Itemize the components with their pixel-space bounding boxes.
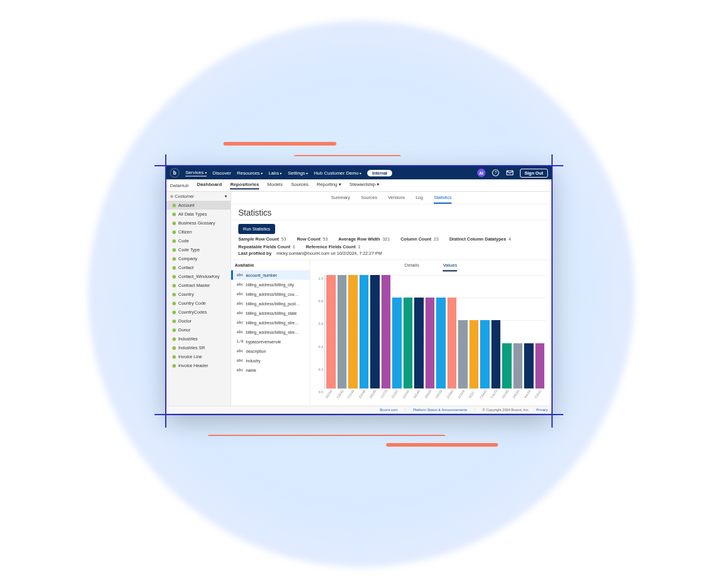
stats-row: Sample Row Count53Row Count53Average Row…: [231, 234, 551, 242]
field-billing_address-billing_stre-[interactable]: abcbilling_address/billing_stre…: [231, 318, 310, 327]
run-statistics-button[interactable]: Run Statistics: [238, 224, 275, 234]
chart-bar[interactable]: [447, 298, 457, 388]
y-tick-label: 0.0: [315, 390, 323, 394]
chart-bar[interactable]: [513, 343, 523, 388]
subnav-item-stewardship[interactable]: Stewardship ▾: [349, 182, 379, 189]
field-account_number[interactable]: abcaccount_number: [231, 270, 310, 280]
chart-tab-details[interactable]: Details: [405, 263, 419, 271]
profiled-label: Last profiled by: [238, 251, 272, 256]
field-description[interactable]: abcdescription: [231, 346, 310, 356]
tab-sources[interactable]: Sources: [361, 195, 377, 204]
nav-item-hub-customer-demo[interactable]: Hub Customer Demo▾: [314, 170, 361, 176]
tree-item-code-type[interactable]: Code Type: [166, 245, 231, 254]
status-dot-icon: [172, 337, 176, 341]
field-name[interactable]: abcname: [231, 365, 310, 375]
chevron-down-icon: ▾: [261, 171, 263, 175]
chart-bar[interactable]: [469, 320, 479, 388]
tree-item-account[interactable]: Account: [166, 201, 231, 210]
field-billing_address-billing_state[interactable]: abcbilling_address/billing_state: [231, 308, 310, 318]
subnav-item-models[interactable]: Models: [267, 182, 283, 189]
subnav-item-repositories[interactable]: Repositories: [230, 182, 258, 189]
nav-item-resources[interactable]: Resources▾: [237, 170, 263, 176]
chart-bar[interactable]: [338, 275, 347, 388]
ai-badge[interactable]: AI: [477, 169, 485, 177]
field-industry[interactable]: abcindustry: [231, 356, 310, 365]
chevron-down-icon: ▾: [306, 171, 308, 175]
tree-item-invoice-header[interactable]: Invoice Header: [166, 361, 231, 370]
tree-item-country[interactable]: Country: [166, 290, 231, 299]
tab-versions[interactable]: Versions: [388, 195, 405, 204]
tree-item-label: CountryCodes: [178, 309, 207, 315]
logo-icon[interactable]: b: [170, 168, 179, 178]
tree-item-contract-master[interactable]: Contract Master: [166, 281, 231, 290]
chart-bar[interactable]: [326, 275, 336, 388]
chart-bar[interactable]: [491, 320, 501, 388]
tab-statistics[interactable]: Statistics: [434, 195, 452, 204]
chart-bar[interactable]: [392, 298, 402, 388]
tree-item-code[interactable]: Code: [166, 236, 231, 245]
nav-primary: Services▾DiscoverResources▾Labs▾Settings…: [185, 170, 361, 176]
tree-item-citizen[interactable]: Citizen: [166, 227, 231, 236]
chart-bar[interactable]: [502, 343, 512, 388]
chart-bar[interactable]: [524, 343, 534, 388]
subnav-item-reporting[interactable]: Reporting ▾: [317, 182, 341, 189]
footer-link-boomi[interactable]: Boomi.com: [380, 408, 398, 412]
tree-root-customer[interactable]: ◈ Customer ▾: [166, 192, 231, 201]
chart-bar[interactable]: [425, 298, 435, 388]
tab-log[interactable]: Log: [415, 195, 423, 204]
field-name: billing_address/billing_post…: [246, 302, 300, 306]
y-tick-label: 1.0: [315, 277, 323, 280]
tree-item-business-glossary[interactable]: Business Glossary: [166, 219, 231, 227]
chart-bar[interactable]: [370, 275, 380, 388]
chart-tab-values[interactable]: Values: [443, 263, 457, 271]
field-billing_address-billing_stre-[interactable]: abcbilling_address/billing_stre…: [231, 327, 310, 337]
subnav-item-sources[interactable]: Sources: [291, 182, 308, 189]
chart-bar[interactable]: [414, 298, 424, 388]
tab-summary[interactable]: Summary: [331, 195, 350, 204]
chart-bar[interactable]: [458, 320, 468, 388]
tree-item-company[interactable]: Company: [166, 254, 231, 263]
tree-item-all-data-types[interactable]: All Data Types: [166, 210, 231, 219]
nav-item-settings[interactable]: Settings▾: [288, 170, 308, 176]
footer-link-privacy[interactable]: Privacy: [536, 408, 548, 412]
chart-bar[interactable]: [360, 275, 369, 388]
chart-bar[interactable]: [535, 343, 545, 388]
workspace: ◈ Customer ▾ AccountAll Data TypesBusine…: [166, 192, 551, 407]
tree-item-doctor[interactable]: Doctor: [166, 317, 231, 325]
tree-item-invoice-line[interactable]: Invoice Line: [166, 352, 231, 361]
crop-border: [551, 166, 553, 415]
stats-row: Repeatable Fields Count1Reference Fields…: [231, 242, 551, 249]
content-tabs: SummarySourcesVersionsLogStatistics: [231, 192, 551, 204]
nav-item-discover[interactable]: Discover: [213, 170, 231, 176]
mail-icon[interactable]: [506, 169, 514, 177]
field-billing_address-billing_city[interactable]: abcbilling_address/billing_city: [231, 280, 310, 289]
field-bypassrevenuerule[interactable]: 1/0bypassrevenuerule: [231, 337, 310, 346]
nav-item-services[interactable]: Services▾: [185, 170, 207, 176]
field-billing_address-billing_cou-[interactable]: abcbilling_address/billing_cou…: [231, 289, 310, 299]
tree-item-label: Account: [178, 203, 194, 208]
chart-bar[interactable]: [436, 298, 446, 388]
footer-link-status[interactable]: Platform Status & Announcements: [413, 408, 467, 412]
tree-item-industries[interactable]: Industries: [166, 334, 231, 343]
chart-bar[interactable]: [403, 298, 413, 388]
field-billing_address-billing_post-[interactable]: abcbilling_address/billing_post…: [231, 299, 310, 308]
sign-out-button[interactable]: Sign Out: [520, 169, 548, 178]
app-window: b Services▾DiscoverResources▾Labs▾Settin…: [166, 166, 551, 413]
subnav-item-dashboard[interactable]: Dashboard: [197, 182, 222, 189]
tree-item-country-code[interactable]: Country Code: [166, 299, 231, 308]
status-dot-icon: [172, 355, 176, 359]
tree-item-countrycodes[interactable]: CountryCodes: [166, 308, 231, 317]
chart-bar[interactable]: [382, 275, 391, 388]
tree-item-industries-sr[interactable]: Industries SR: [166, 343, 231, 352]
help-icon[interactable]: ?: [491, 169, 500, 177]
tree-item-donor[interactable]: Donor: [166, 325, 231, 334]
y-tick-label: 0.2: [315, 368, 323, 371]
chart-bar[interactable]: [348, 275, 358, 388]
status-dot-icon: [172, 328, 176, 332]
tree-item-contact_windowkey[interactable]: Contact_WindowKey: [166, 272, 231, 281]
nav-item-labs[interactable]: Labs▾: [269, 170, 282, 176]
chart-bar[interactable]: [480, 320, 490, 388]
tree-item-contact[interactable]: Contact: [166, 263, 231, 272]
field-name: industry: [246, 359, 261, 363]
field-name: billing_address/billing_cou…: [246, 292, 299, 296]
